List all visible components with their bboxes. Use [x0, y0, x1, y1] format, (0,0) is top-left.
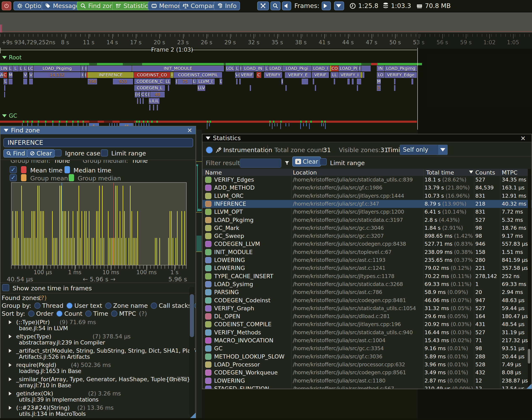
timeline-zone[interactable]: 398 — [88, 79, 97, 84]
stats-row[interactable]: CODEGEN_Codeinst/home/kristofferc/julia/… — [202, 296, 532, 304]
timeline-zone[interactable]: V — [235, 72, 238, 78]
timeline-zone[interactable] — [88, 66, 132, 71]
timeline-zone[interactable] — [357, 79, 361, 84]
timeline-zone[interactable]: MA — [377, 79, 381, 84]
timeline-zone[interactable] — [140, 98, 141, 104]
timeline-zone[interactable]: LLVM_( — [197, 79, 215, 84]
timeline-zone[interactable]: VERIF — [312, 72, 329, 78]
gc-zone-tick[interactable] — [325, 123, 326, 129]
timeline-zone[interactable]: VERIFY_I — [339, 72, 360, 78]
timeline-zone[interactable]: CODEINST_CO — [134, 72, 170, 78]
scrollbar-thumb[interactable] — [528, 349, 530, 364]
timeline-zone[interactable]: LOAD_I — [312, 66, 329, 71]
timing-dropdown[interactable]: Self only — [400, 145, 448, 155]
frame-time-graph[interactable] — [0, 12, 532, 32]
timeline-zone[interactable] — [23, 79, 27, 84]
col-name[interactable]: Name — [205, 169, 222, 176]
timeline-zone[interactable]: INIT_MODULE — [132, 66, 224, 71]
sort-by-option-time[interactable]: Time — [85, 310, 108, 317]
timeline-zone[interactable]: I — [240, 66, 242, 71]
timeline-zone[interactable]: LL — [331, 72, 338, 78]
gc-zone-tick[interactable] — [306, 123, 307, 126]
expand-arrow-icon[interactable] — [9, 363, 12, 367]
stats-row[interactable]: TYPE_CACHE_INSERT/home/kristofferc/julia… — [202, 272, 532, 280]
timeline-zone[interactable]: LL — [165, 79, 171, 84]
group-by-option-call-stacks[interactable]: Call stacks — [151, 302, 191, 309]
gc-zone-tick[interactable] — [209, 123, 210, 126]
timeline-zone[interactable] — [313, 79, 314, 84]
group-by-option-zone-name[interactable]: Zone name — [105, 302, 148, 309]
find-button[interactable]: Find — [3, 149, 28, 158]
timeline-zone[interactable] — [362, 72, 364, 78]
sort-by-option-mtpc[interactable]: MTPC — [111, 310, 136, 317]
frame-bar-segment[interactable] — [123, 63, 142, 65]
timeline-zone[interactable]: 38 — [377, 85, 381, 91]
ignore-case-checkbox[interactable] — [54, 149, 62, 156]
timeline-zone[interactable] — [302, 79, 308, 84]
timeline-zone[interactable] — [357, 85, 358, 91]
stats-row[interactable]: LOAD_Processor/home/kristofferc/julia/sr… — [202, 361, 532, 369]
gc-zone-tick[interactable] — [269, 123, 270, 126]
gc-zone-tick[interactable] — [323, 123, 324, 126]
search-input[interactable]: INFERENCE — [3, 138, 193, 147]
stats-row[interactable]: LOWERING/home/kristofferc/julia/src/ast.… — [202, 256, 532, 264]
stats-row[interactable]: VERIFY_Edges/home/kristofferc/julia/src/… — [202, 176, 532, 184]
expand-arrow-icon[interactable] — [9, 406, 12, 410]
timeline-zone[interactable]: M — [9, 72, 12, 78]
timeline-zone[interactable]: L — [12, 66, 19, 71]
scrollbar-thumb[interactable] — [190, 294, 194, 337]
col-counts[interactable]: Counts — [475, 169, 495, 176]
stats-row[interactable]: LOAD_Pkgimg/home/kristofferc/julia/src/s… — [202, 216, 532, 224]
expand-arrow-icon[interactable] — [9, 335, 12, 338]
instrumentation-radio[interactable] — [206, 146, 213, 154]
sort-by-help[interactable]: (?) — [139, 310, 147, 317]
stats-table-header[interactable]: Name Location Total time Counts MTPC — [202, 169, 532, 176]
power-button[interactable] — [2, 1, 11, 10]
group-by-option-thread[interactable]: Thread — [34, 302, 63, 309]
timeline-zone[interactable] — [334, 79, 335, 84]
timeline-zone[interactable]: LOAD_Pkgi — [282, 66, 311, 71]
timeline-zone[interactable]: LL — [193, 79, 196, 84]
gc-zone-tick[interactable] — [303, 123, 304, 126]
timeline-zone[interactable]: 48 — [150, 92, 165, 97]
timeline-zone[interactable]: l — [81, 66, 84, 71]
group-mean-checkbox[interactable]: ✓ — [10, 174, 17, 181]
found-zone-item[interactable]: _artifact_str(Module, String, SubString,… — [9, 347, 196, 354]
zone-time-histogram[interactable] — [11, 182, 187, 265]
found-zone-item[interactable]: getindex(Ok) — [9, 390, 53, 397]
timeline-zone[interactable]: C — [138, 92, 140, 97]
timeline-zone[interactable]: L — [235, 66, 239, 71]
timeline-zone[interactable] — [137, 98, 138, 104]
timeline-zone[interactable]: CODEGEN_C — [134, 79, 165, 84]
gc-zone-tick[interactable] — [285, 123, 286, 126]
timeline-zone[interactable]: L — [219, 79, 222, 84]
sort-by-option-count[interactable]: Count — [56, 310, 82, 317]
timeline-zone[interactable]: (( — [135, 92, 138, 97]
timeline-zone[interactable]: L — [281, 79, 283, 84]
stats-row[interactable]: LOAD_Sysimg/home/kristofferc/julia/src/s… — [202, 280, 532, 288]
statistics-titlebar[interactable]: Statistics ✕ — [202, 134, 532, 142]
stats-row[interactable]: CODEINST_COMPILE/home/kristofferc/julia/… — [202, 320, 532, 328]
next-frame-button[interactable] — [322, 1, 331, 10]
timeline-zone[interactable]: A — [0, 72, 3, 78]
root-thread-header[interactable]: Root — [2, 54, 22, 61]
frame-bar-segment[interactable] — [226, 63, 361, 65]
timeline-zone[interactable]: C — [145, 92, 147, 97]
gc-section-header[interactable]: GC — [2, 112, 17, 119]
expand-arrow-icon[interactable] — [9, 320, 12, 324]
close-icon[interactable]: ✕ — [187, 127, 192, 134]
close-icon[interactable]: ✕ — [520, 135, 526, 142]
timeline-zone[interactable]: 75 — [178, 79, 192, 84]
stats-row[interactable]: LLVM_OPT/home/kristofferc/julia/src/jitl… — [202, 208, 532, 216]
stats-row[interactable]: VERIFY_Graph/home/kristofferc/julia/src/… — [202, 304, 532, 312]
timeline-zone[interactable]: CO — [331, 66, 338, 71]
stats-row[interactable]: VERIFY_Methods/home/kristofferc/julia/sr… — [202, 329, 532, 336]
frame-bar-segment[interactable] — [371, 63, 377, 65]
filter-input[interactable] — [240, 159, 281, 168]
expand-arrow-icon[interactable] — [9, 377, 12, 381]
expand-arrow-icon[interactable] — [9, 392, 12, 395]
stats-row[interactable]: GC/home/kristofferc/julia/src/gc.c:33549… — [202, 345, 532, 352]
timeline-zone[interactable]: I — [84, 66, 87, 71]
timeline-zone[interactable] — [4, 92, 5, 97]
timeline-zone[interactable] — [394, 85, 395, 91]
